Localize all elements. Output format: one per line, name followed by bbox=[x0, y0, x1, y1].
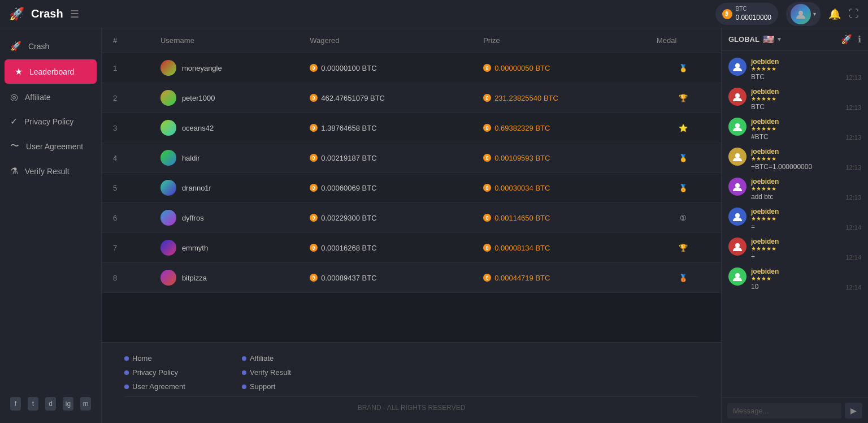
footer-left-col: Home Privacy Policy User Agreement bbox=[124, 354, 185, 391]
star-icon: ★ bbox=[15, 66, 23, 77]
chat-text: +BTC=1.000000000 bbox=[751, 163, 841, 171]
username-label: peter1000 bbox=[182, 94, 215, 102]
btc-coin-icon: ₿ bbox=[722, 9, 732, 19]
dot-support bbox=[242, 385, 246, 389]
chat-message: joebiden ★★★★★ = 12:14 bbox=[722, 204, 868, 234]
chat-text: 10 bbox=[751, 283, 841, 291]
rank-cell: 8 bbox=[102, 263, 149, 293]
user-avatar-2 bbox=[160, 120, 176, 136]
svg-point-5 bbox=[735, 183, 740, 188]
chat-send-button[interactable]: ▶ bbox=[845, 403, 862, 418]
chat-user-avatar bbox=[728, 58, 747, 76]
instagram-icon[interactable]: ig bbox=[63, 397, 73, 411]
sidebar-item-leaderboard-label: Leaderboard bbox=[29, 67, 74, 76]
coin-icon-prize: ₿ bbox=[483, 94, 491, 102]
chat-global: GLOBAL 🇺🇸 ▾ bbox=[728, 34, 781, 45]
chat-input[interactable] bbox=[727, 403, 841, 418]
col-medal: Medal bbox=[645, 28, 721, 53]
chat-user-avatar bbox=[728, 238, 747, 256]
info-chat-icon[interactable]: ℹ bbox=[858, 34, 861, 45]
prize-cell: ₿ 231.23825540 BTC bbox=[472, 83, 645, 113]
affiliate-icon: ◎ bbox=[10, 92, 18, 102]
coin-icon-prize: ₿ bbox=[483, 244, 491, 252]
col-wagered: Wagered bbox=[298, 28, 472, 53]
chat-message: joebiden ★★★★★ add btc 12:13 bbox=[722, 174, 868, 204]
prize-cell: ₿ 0.00044719 BTC bbox=[472, 263, 645, 293]
twitter-icon[interactable]: t bbox=[28, 397, 38, 411]
sidebar-item-affiliate[interactable]: ◎ Affiliate bbox=[0, 85, 101, 109]
discord-icon[interactable]: d bbox=[45, 397, 56, 411]
wagered-cell: ₿ 0.00060069 BTC bbox=[298, 173, 472, 203]
prize-value: 0.69382329 BTC bbox=[494, 124, 550, 132]
prize-value: 0.00114650 BTC bbox=[494, 214, 550, 222]
chat-stars: ★★★★ bbox=[751, 275, 841, 282]
sidebar-item-crash[interactable]: 🚀 Crash bbox=[0, 34, 101, 58]
footer-link-user-agreement[interactable]: User Agreement bbox=[124, 382, 185, 391]
footer-home-label: Home bbox=[132, 354, 152, 362]
medal-cell: 🏆 bbox=[645, 83, 721, 113]
medium-icon[interactable]: m bbox=[80, 397, 91, 411]
chat-timestamp: 12:13 bbox=[845, 74, 861, 81]
bell-icon[interactable]: 🔔 bbox=[828, 8, 841, 20]
coin-icon-wagered: ₿ bbox=[310, 154, 318, 162]
wagered-cell: ₿ 0.00089437 BTC bbox=[298, 263, 472, 293]
col-rank: # bbox=[102, 28, 149, 53]
coin-icon-wagered: ₿ bbox=[310, 94, 318, 102]
chat-stars: ★★★★★ bbox=[751, 215, 841, 222]
topnav: 🚀 Crash ☰ ₿ BTC 0.00010000 ▾ 🔔 ⛶ bbox=[0, 0, 868, 28]
avatar-dropdown[interactable]: ▾ bbox=[786, 2, 821, 26]
chat-text: #BTC bbox=[751, 133, 841, 141]
wagered-cell: ₿ 0.00016268 BTC bbox=[298, 233, 472, 263]
expand-icon[interactable]: ⛶ bbox=[849, 8, 859, 20]
footer-link-verify[interactable]: Verify Result bbox=[242, 368, 291, 377]
username-label: moneyangle bbox=[182, 64, 222, 72]
username-label: haldir bbox=[182, 154, 200, 162]
username-cell: haldir bbox=[149, 143, 298, 173]
prize-cell: ₿ 0.00109593 BTC bbox=[472, 143, 645, 173]
chat-text: add btc bbox=[751, 193, 841, 201]
chat-msg-body: joebiden ★★★★★ +BTC=1.000000000 bbox=[751, 148, 841, 171]
svg-point-2 bbox=[735, 93, 740, 98]
rank-cell: 5 bbox=[102, 173, 149, 203]
sidebar-item-privacy[interactable]: ✓ Privacy Policy bbox=[0, 109, 101, 133]
user-avatar-7 bbox=[160, 270, 176, 286]
footer-copyright: BRAND - ALL RIGHTS RESERVED bbox=[124, 396, 698, 412]
prize-value: 0.00030034 BTC bbox=[494, 184, 550, 192]
footer-right-col: Affiliate Verify Result Support bbox=[242, 354, 291, 391]
coin-icon-prize: ₿ bbox=[483, 184, 491, 192]
footer-link-privacy[interactable]: Privacy Policy bbox=[124, 368, 185, 377]
medal-cell: 🏆 bbox=[645, 233, 721, 263]
sidebar-item-user-agreement[interactable]: 〜 User Agreement bbox=[0, 133, 101, 159]
footer-link-affiliate[interactable]: Affiliate bbox=[242, 354, 291, 362]
coin-icon-prize: ₿ bbox=[483, 64, 491, 72]
chat-user-avatar bbox=[728, 118, 747, 136]
prize-cell: ₿ 0.00030034 BTC bbox=[472, 173, 645, 203]
sidebar-item-verify[interactable]: ⚗ Verify Result bbox=[0, 159, 101, 183]
wagered-cell: ₿ 1.38764658 BTC bbox=[298, 113, 472, 143]
rocket-chat-icon[interactable]: 🚀 bbox=[841, 34, 852, 45]
chat-header-icons: 🚀 ℹ bbox=[841, 34, 861, 45]
medal-cell: 🥇 bbox=[645, 53, 721, 83]
sidebar-item-leaderboard[interactable]: ★ Leaderboard bbox=[5, 59, 97, 84]
medal-cell: 🏅 bbox=[645, 173, 721, 203]
btc-balance-widget[interactable]: ₿ BTC 0.00010000 bbox=[715, 3, 778, 25]
footer-support-label: Support bbox=[250, 382, 276, 391]
footer-link-home[interactable]: Home bbox=[124, 354, 185, 362]
facebook-icon[interactable]: f bbox=[10, 397, 21, 411]
medal-cell: ⭐ bbox=[645, 113, 721, 143]
dot-home bbox=[124, 356, 129, 361]
flag-icon: 🇺🇸 bbox=[763, 34, 774, 45]
user-avatar-4 bbox=[160, 180, 176, 196]
footer-grid: Home Privacy Policy User Agreement Affil… bbox=[124, 354, 698, 391]
username-cell: dranno1r bbox=[149, 173, 298, 203]
footer-link-support[interactable]: Support bbox=[242, 382, 291, 391]
table-row: 5 dranno1r ₿ 0.00060069 BTC ₿ 0.00030034… bbox=[102, 173, 721, 203]
chat-msg-body: joebiden ★★★★★ BTC bbox=[751, 58, 841, 81]
table-row: 8 bitpizza ₿ 0.00089437 BTC ₿ 0.00044719… bbox=[102, 263, 721, 293]
chat-username: joebiden bbox=[751, 238, 841, 245]
table-row: 2 peter1000 ₿ 462.47651079 BTC ₿ 231.238… bbox=[102, 83, 721, 113]
menu-icon[interactable]: ☰ bbox=[70, 8, 79, 20]
username-label: dranno1r bbox=[182, 184, 211, 192]
table-row: 3 oceans42 ₿ 1.38764658 BTC ₿ 0.69382329… bbox=[102, 113, 721, 143]
chat-stars: ★★★★★ bbox=[751, 66, 841, 72]
